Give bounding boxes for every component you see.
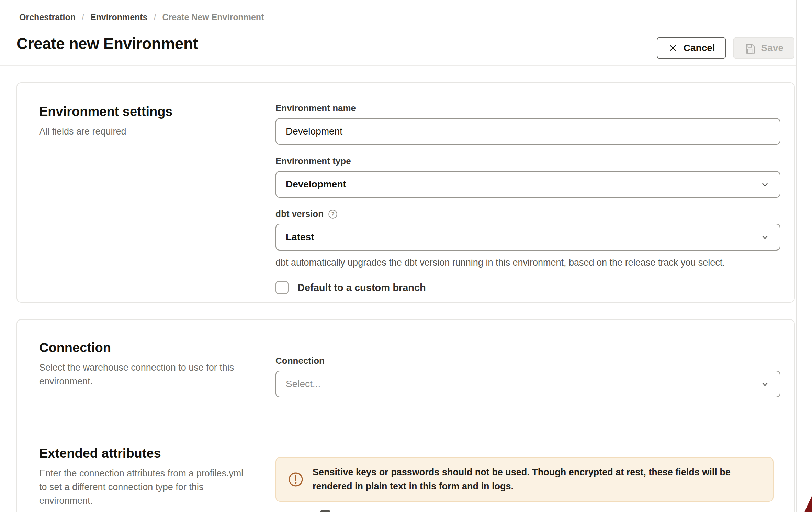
cancel-button-label: Cancel (684, 43, 715, 54)
alert-circle-icon (288, 472, 304, 487)
environment-settings-card: Environment settings All fields are requ… (16, 82, 795, 303)
dbt-version-select[interactable]: Latest (275, 224, 780, 251)
custom-branch-row: Default to a custom branch (275, 281, 780, 294)
environment-type-label: Environment type (275, 156, 780, 166)
connection-select-placeholder: Select... (286, 379, 320, 389)
header-actions: Cancel Save (657, 37, 794, 59)
breadcrumb-separator: / (82, 12, 84, 22)
header-divider (0, 65, 796, 66)
breadcrumb-separator: / (154, 12, 156, 22)
cutoff-corner-fragment (804, 496, 812, 512)
connection-field: Connection Select... (275, 356, 780, 397)
dbt-version-value: Latest (286, 232, 314, 243)
connection-select[interactable]: Select... (275, 371, 780, 397)
sensitive-keys-warning-banner: Sensitive keys or passwords should not b… (275, 457, 774, 502)
breadcrumb: Orchestration / Environments / Create Ne… (19, 12, 264, 22)
dbt-version-field: dbt version ? Latest (275, 209, 780, 251)
chevron-down-icon (760, 379, 770, 389)
settings-section-title: Environment settings (39, 104, 232, 119)
connection-section-title: Connection (39, 340, 238, 355)
dbt-version-label: dbt version (275, 209, 324, 219)
environment-type-value: Development (286, 179, 346, 190)
connection-section-description: Select the warehouse connection to use f… (39, 361, 238, 388)
x-icon (668, 43, 678, 53)
sensitive-keys-warning-text: Sensitive keys or passwords should not b… (313, 465, 761, 493)
cancel-button[interactable]: Cancel (657, 37, 726, 59)
connection-card: Connection Select the warehouse connecti… (16, 319, 795, 512)
scrollbar-track-edge[interactable] (796, 0, 797, 512)
cutoff-element-fragment (320, 510, 330, 512)
chevron-down-icon (760, 179, 770, 189)
custom-branch-label: Default to a custom branch (297, 282, 426, 293)
page-title: Create new Environment (16, 34, 198, 53)
settings-section-subtitle: All fields are required (39, 125, 232, 138)
connection-field-label: Connection (275, 356, 780, 366)
dbt-version-help-text: dbt automatically upgrades the dbt versi… (275, 257, 780, 268)
breadcrumb-orchestration[interactable]: Orchestration (19, 12, 76, 22)
floppy-disk-icon (744, 42, 756, 54)
breadcrumb-environments[interactable]: Environments (90, 12, 148, 22)
environment-type-field: Environment type Development (275, 156, 780, 198)
extended-attributes-title: Extended attributes (39, 446, 252, 461)
custom-branch-checkbox[interactable] (275, 281, 289, 294)
environment-name-input[interactable] (275, 118, 780, 145)
environment-type-select[interactable]: Development (275, 171, 780, 198)
svg-text:?: ? (331, 211, 335, 217)
environment-name-label: Environment name (275, 103, 780, 114)
save-button-label: Save (761, 43, 783, 54)
save-button[interactable]: Save (733, 37, 794, 59)
extended-attributes-description: Enter the connection attributes from a p… (39, 466, 252, 508)
chevron-down-icon (760, 232, 770, 242)
question-circle-icon[interactable]: ? (328, 209, 338, 219)
environment-name-field: Environment name (275, 103, 780, 145)
breadcrumb-current: Create New Environment (162, 12, 264, 22)
